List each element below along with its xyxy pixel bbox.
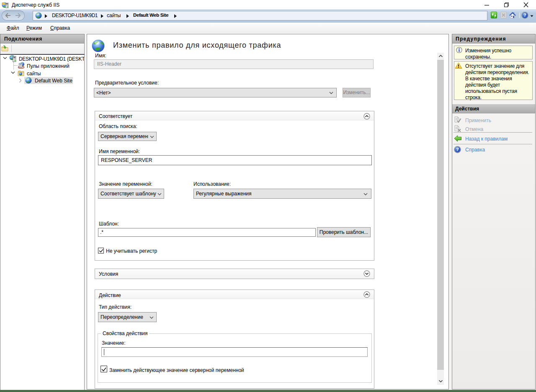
svg-text:?: ? [456,147,459,152]
svg-text:?: ? [523,13,526,18]
